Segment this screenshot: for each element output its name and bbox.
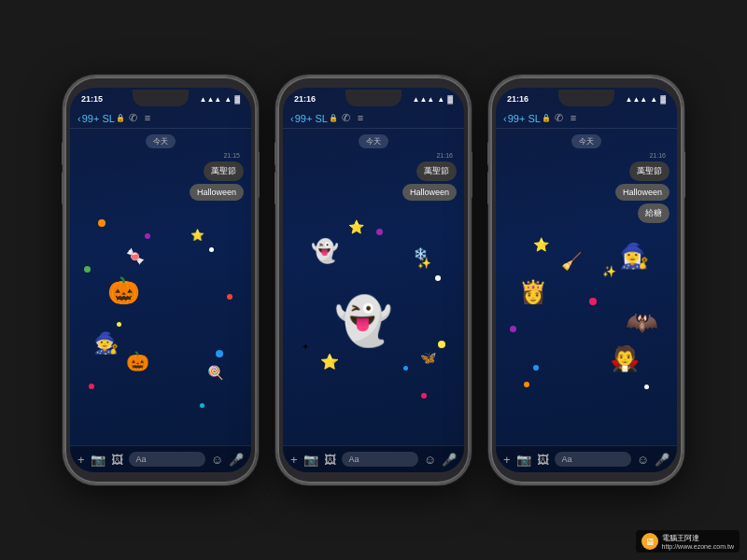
status-icons-1: ▲▲▲ ▲ ▓ bbox=[199, 95, 240, 104]
dot-blue-2 bbox=[403, 366, 408, 371]
phone-call-icon-2[interactable]: ✆ bbox=[342, 112, 350, 124]
side-button-3 bbox=[683, 151, 685, 198]
today-pill-1: 今天 bbox=[70, 134, 251, 148]
witch-hat-sticker-1: 🧙 bbox=[93, 331, 119, 356]
sticker-area-2: 👻 👻 ⭐ ✨ ⭐ 🦋 ❄️ ✦ bbox=[283, 201, 464, 445]
dot-purple-1 bbox=[145, 233, 150, 239]
phone-call-icon-3[interactable]: ✆ bbox=[555, 112, 563, 124]
wifi-icon-1: ▲ bbox=[224, 95, 232, 104]
bubble-wanshengjie-1: 萬聖節 bbox=[204, 161, 244, 181]
lock-icon-1: 🔒 bbox=[116, 114, 125, 122]
header-bar-1: ‹ 99+ SL 🔒 ✆ ≡ bbox=[70, 108, 251, 129]
bottom-toolbar-2: + 📷 🖼 Aa ☺ 🎤 bbox=[283, 445, 464, 472]
dot-yellow-2 bbox=[438, 341, 445, 348]
mic-icon-2[interactable]: 🎤 bbox=[442, 453, 457, 467]
back-button-1[interactable]: ‹ 99+ SL 🔒 bbox=[78, 113, 125, 124]
back-label-3: 99+ SL bbox=[508, 113, 541, 124]
witch-sticker-3: 🧙‍♀️ bbox=[619, 242, 649, 271]
dot-orange-1 bbox=[98, 219, 106, 227]
status-icons-2: ▲▲▲ ▲ ▓ bbox=[412, 95, 453, 104]
watermark: 🖥 電腦王阿達 http://www.ezone.com.tw bbox=[636, 530, 740, 553]
bubble-time-2: 21:16 bbox=[436, 152, 453, 159]
dot-blue-1 bbox=[216, 350, 223, 357]
watermark-text: 電腦王阿達 http://www.ezone.com.tw bbox=[662, 533, 734, 550]
phone-call-icon-1[interactable]: ✆ bbox=[129, 112, 137, 124]
image-icon-3[interactable]: 🖼 bbox=[537, 453, 549, 467]
text-placeholder-2: Aa bbox=[349, 455, 359, 464]
sticker-area-3: 🧙‍♀️ 🦇 👸 🧹 🧛 ⭐ ✨ bbox=[496, 223, 677, 445]
bottom-toolbar-3: + 📷 🖼 Aa ☺ 🎤 bbox=[496, 445, 677, 472]
time-1: 21:15 bbox=[81, 94, 103, 104]
image-icon-2[interactable]: 🖼 bbox=[324, 453, 336, 467]
camera-icon-3[interactable]: 📷 bbox=[516, 453, 531, 467]
bubble-halloween-2: Halloween bbox=[402, 184, 457, 201]
camera-icon-1[interactable]: 📷 bbox=[91, 453, 106, 467]
flake1-2: ❄️ bbox=[414, 247, 428, 260]
dot-cyan-1 bbox=[200, 403, 204, 408]
sticker-area-1: 🎃 🧙 🍬 🎃 🍭 ⭐ bbox=[70, 201, 251, 445]
vol-button-3b bbox=[487, 172, 490, 204]
today-label-2: 今天 bbox=[359, 134, 388, 148]
emoji-icon-1[interactable]: ☺ bbox=[211, 453, 223, 467]
pumpkin-sticker-1: 🎃 bbox=[107, 275, 140, 306]
back-button-2[interactable]: ‹ 99+ SL 🔒 bbox=[290, 113, 338, 124]
lock-icon-2: 🔒 bbox=[329, 114, 338, 122]
dot-purple-3 bbox=[510, 326, 516, 332]
messages-3: 21:16 萬聖節 Halloween 給糖 bbox=[496, 152, 677, 223]
today-pill-3: 今天 bbox=[496, 134, 677, 148]
phone-2: 21:16 ▲▲▲ ▲ ▓ ‹ 99+ SL 🔒 ✆ ≡ 今天 21:16 萬聖… bbox=[275, 75, 472, 485]
dot-red-1 bbox=[227, 294, 233, 300]
dot-white-3 bbox=[644, 385, 649, 389]
header-icons-1: ✆ ≡ bbox=[129, 112, 150, 124]
emoji-icon-3[interactable]: ☺ bbox=[637, 453, 649, 467]
chevron-left-icon-2: ‹ bbox=[290, 113, 294, 124]
notch-3 bbox=[558, 90, 614, 106]
lollipop-sticker-1: 🍭 bbox=[207, 365, 223, 380]
today-pill-2: 今天 bbox=[283, 134, 464, 148]
emoji-icon-2[interactable]: ☺ bbox=[424, 453, 436, 467]
plus-icon-1[interactable]: + bbox=[78, 453, 85, 467]
signal-icon-1: ▲▲▲ bbox=[199, 95, 221, 104]
text-input-3[interactable]: Aa bbox=[555, 452, 631, 467]
star1-sticker-3: ⭐ bbox=[533, 237, 549, 252]
text-input-2[interactable]: Aa bbox=[342, 452, 418, 467]
side-button-2 bbox=[470, 151, 472, 198]
back-label-1: 99+ SL bbox=[82, 113, 115, 124]
vol-button-1b bbox=[62, 172, 64, 204]
star1-sticker-2: ⭐ bbox=[348, 219, 364, 234]
menu-icon-3[interactable]: ≡ bbox=[571, 112, 576, 124]
notch-1 bbox=[133, 90, 189, 106]
header-bar-2: ‹ 99+ SL 🔒 ✆ ≡ bbox=[283, 108, 464, 129]
image-icon-1[interactable]: 🖼 bbox=[111, 453, 123, 467]
camera-icon-2[interactable]: 📷 bbox=[303, 453, 318, 467]
mic-icon-3[interactable]: 🎤 bbox=[655, 453, 669, 467]
dot-pink-2 bbox=[421, 393, 427, 399]
messages-1: 21:15 萬聖節 Halloween bbox=[70, 152, 251, 201]
bubble-time-1: 21:15 bbox=[223, 152, 240, 159]
phone-screen-2: 21:16 ▲▲▲ ▲ ▓ ‹ 99+ SL 🔒 ✆ ≡ 今天 21:16 萬聖… bbox=[283, 88, 464, 472]
phone-3: 21:16 ▲▲▲ ▲ ▓ ‹ 99+ SL 🔒 ✆ ≡ 今天 21:16 萬聖… bbox=[488, 75, 684, 485]
time-3: 21:16 bbox=[507, 94, 529, 104]
bat-sticker-3: 🦇 bbox=[626, 307, 658, 338]
menu-icon-1[interactable]: ≡ bbox=[145, 112, 150, 124]
text-placeholder-1: Aa bbox=[136, 455, 147, 464]
pumpkin2-sticker-1: 🎃 bbox=[126, 350, 149, 372]
bottom-toolbar-1: + 📷 🖼 Aa ☺ 🎤 bbox=[70, 445, 251, 472]
candy-sticker-1: 🍬 bbox=[126, 247, 145, 265]
plus-icon-2[interactable]: + bbox=[290, 453, 298, 467]
menu-icon-2[interactable]: ≡ bbox=[358, 112, 363, 124]
today-label-3: 今天 bbox=[571, 134, 601, 148]
dot-pink-3 bbox=[589, 298, 597, 305]
vampire-sticker-3: 🧛 bbox=[610, 344, 640, 373]
status-icons-3: ▲▲▲ ▲ ▓ bbox=[625, 95, 666, 104]
text-input-1[interactable]: Aa bbox=[129, 452, 205, 467]
dot-pink-1 bbox=[89, 384, 94, 389]
back-button-3[interactable]: ‹ 99+ SL 🔒 bbox=[503, 113, 551, 124]
mic-icon-1[interactable]: 🎤 bbox=[229, 453, 244, 467]
dot-orange-3 bbox=[524, 382, 529, 387]
plus-icon-3[interactable]: + bbox=[503, 453, 511, 467]
phone-1: 21:15 ▲▲▲ ▲ ▓ ‹ 99+ SL 🔒 ✆ ≡ 今天 21:15 萬聖… bbox=[63, 75, 259, 485]
back-label-2: 99+ SL bbox=[295, 113, 328, 124]
spider-sticker-2: 🦋 bbox=[420, 350, 436, 365]
signal-icon-2: ▲▲▲ bbox=[412, 95, 434, 104]
